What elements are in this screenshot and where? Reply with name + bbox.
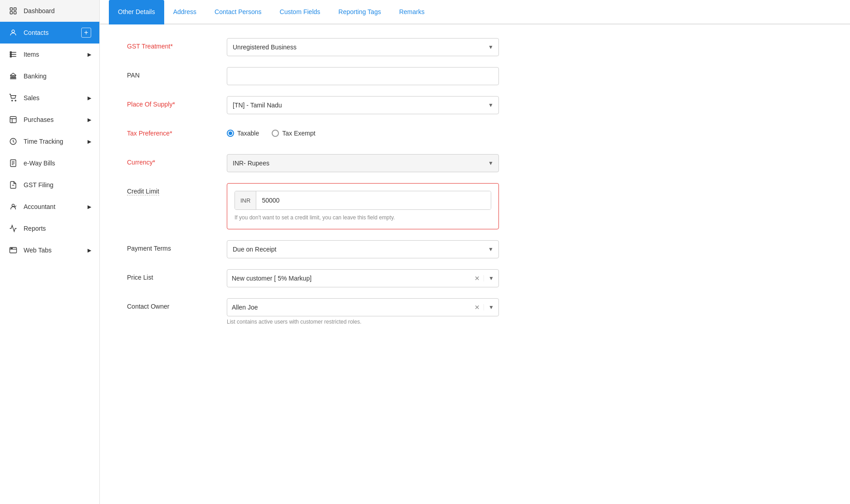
price-list-clear-button[interactable]: ✕ <box>471 275 484 282</box>
sidebar-item-reports[interactable]: Reports <box>0 218 99 239</box>
contact-owner-row: Contact Owner Allen Joe ✕ ▼ List contain… <box>127 298 823 325</box>
place-of-supply-row: Place Of Supply* [TN] - Tamil Nadu [MH] … <box>127 96 823 114</box>
tax-preference-label: Tax Preference* <box>127 125 227 137</box>
credit-limit-input[interactable] <box>256 191 491 209</box>
tab-reporting-tags[interactable]: Reporting Tags <box>329 0 390 24</box>
sidebar-item-purchases[interactable]: Purchases ▶ <box>0 109 99 131</box>
accountant-chevron-icon: ▶ <box>88 204 91 210</box>
contact-owner-label: Contact Owner <box>127 298 227 310</box>
currency-row: Currency* INR- Rupees USD- US Dollar EUR… <box>127 154 823 172</box>
credit-hint-text: If you don't want to set a credit limit,… <box>234 213 491 222</box>
svg-rect-1 <box>14 8 16 10</box>
place-of-supply-control: [TN] - Tamil Nadu [MH] - Maharashtra [DL… <box>227 96 499 114</box>
credit-limit-label: Credit Limit <box>127 183 227 195</box>
contacts-icon <box>8 28 18 38</box>
place-of-supply-label: Place Of Supply* <box>127 96 227 108</box>
price-list-chevron-icon[interactable]: ▼ <box>484 275 498 281</box>
svg-rect-3 <box>14 12 16 14</box>
radio-taxable[interactable]: Taxable <box>227 130 259 137</box>
items-label: Items <box>24 51 39 58</box>
pan-row: PAN <box>127 67 823 85</box>
contact-owner-control: Allen Joe ✕ ▼ List contains active users… <box>227 298 499 325</box>
sidebar-item-gst-filing[interactable]: GST Filing <box>0 174 99 196</box>
svg-rect-2 <box>10 12 12 14</box>
purchases-icon <box>8 115 18 125</box>
contacts-add-button[interactable]: + <box>81 28 91 38</box>
items-icon <box>8 49 18 59</box>
radio-tax-exempt-btn[interactable] <box>272 130 279 137</box>
gst-filing-label: GST Filing <box>24 181 54 189</box>
dashboard-icon <box>8 6 18 16</box>
svg-rect-15 <box>10 116 16 123</box>
banking-icon <box>8 71 18 81</box>
price-list-select[interactable]: New customer [ 5% Markup] <box>227 269 471 287</box>
dashboard-label: Dashboard <box>24 7 55 15</box>
sidebar-item-web-tabs[interactable]: Web Tabs ▶ <box>0 239 99 261</box>
contact-owner-hint: List contains active users with customer… <box>227 319 499 325</box>
pan-control <box>227 67 499 85</box>
sidebar-item-sales[interactable]: Sales ▶ <box>0 87 99 109</box>
pan-label: PAN <box>127 67 227 79</box>
contact-owner-chevron-icon[interactable]: ▼ <box>484 304 498 310</box>
sales-icon <box>8 93 18 103</box>
svg-point-22 <box>12 204 14 206</box>
sidebar: Dashboard Contacts + Items ▶ Banking Sal… <box>0 0 100 504</box>
sidebar-item-contacts[interactable]: Contacts + <box>0 22 99 44</box>
radio-tax-exempt-label: Tax Exempt <box>282 130 315 137</box>
svg-rect-8 <box>11 76 12 78</box>
payment-terms-control: Due on Receipt Net 30 Net 60 Net 15 ▼ <box>227 240 499 258</box>
tax-preference-control: Taxable Tax Exempt <box>227 125 499 137</box>
tab-other-details[interactable]: Other Details <box>109 0 164 24</box>
credit-input-wrap: INR <box>234 191 491 210</box>
form-area: GST Treatment* Unregistered Business Reg… <box>100 24 850 504</box>
tab-custom-fields[interactable]: Custom Fields <box>271 0 329 24</box>
svg-point-13 <box>12 100 13 101</box>
sidebar-item-dashboard[interactable]: Dashboard <box>0 0 99 22</box>
time-tracking-label: Time Tracking <box>24 138 63 145</box>
price-list-select-wrap: New customer [ 5% Markup] ✕ ▼ <box>227 269 499 287</box>
sidebar-item-time-tracking[interactable]: Time Tracking ▶ <box>0 131 99 152</box>
svg-rect-10 <box>15 76 15 78</box>
purchases-label: Purchases <box>24 116 54 123</box>
gst-treatment-select[interactable]: Unregistered Business Registered Busines… <box>227 38 499 56</box>
sidebar-item-accountant[interactable]: Accountant ▶ <box>0 196 99 218</box>
tab-address[interactable]: Address <box>164 0 205 24</box>
eway-bills-label: e-Way Bills <box>24 160 55 167</box>
sales-label: Sales <box>24 94 39 102</box>
tab-remarks[interactable]: Remarks <box>390 0 434 24</box>
price-list-control: New customer [ 5% Markup] ✕ ▼ <box>227 269 499 287</box>
contact-owner-clear-button[interactable]: ✕ <box>471 304 484 311</box>
web-tabs-chevron-icon: ▶ <box>88 247 91 253</box>
sidebar-item-items[interactable]: Items ▶ <box>0 44 99 65</box>
eway-bills-icon <box>8 158 18 168</box>
sidebar-item-banking[interactable]: Banking <box>0 65 99 87</box>
price-list-row: Price List New customer [ 5% Markup] ✕ ▼ <box>127 269 823 287</box>
web-tabs-label: Web Tabs <box>24 247 52 254</box>
contacts-label: Contacts <box>24 29 49 36</box>
web-tabs-icon <box>8 245 18 255</box>
pan-input[interactable] <box>227 67 499 85</box>
radio-taxable-btn[interactable] <box>227 130 234 137</box>
time-tracking-chevron-icon: ▶ <box>88 139 91 145</box>
tab-bar: Other Details Address Contact Persons Cu… <box>100 0 850 24</box>
currency-control: INR- Rupees USD- US Dollar EUR- Euro ▼ <box>227 154 499 172</box>
gst-treatment-row: GST Treatment* Unregistered Business Reg… <box>127 38 823 56</box>
accountant-icon <box>8 202 18 212</box>
currency-label: Currency* <box>127 154 227 166</box>
contact-owner-select[interactable]: Allen Joe <box>227 298 471 316</box>
place-of-supply-select[interactable]: [TN] - Tamil Nadu [MH] - Maharashtra [DL… <box>227 96 499 114</box>
banking-label: Banking <box>24 73 47 80</box>
gst-treatment-label: GST Treatment* <box>127 38 227 50</box>
tax-preference-row: Tax Preference* Taxable Tax Exempt <box>127 125 823 143</box>
currency-select[interactable]: INR- Rupees USD- US Dollar EUR- Euro <box>227 154 499 172</box>
credit-currency-badge: INR <box>235 191 256 209</box>
time-tracking-icon <box>8 136 18 146</box>
sidebar-item-eway-bills[interactable]: e-Way Bills <box>0 152 99 174</box>
svg-rect-0 <box>10 8 12 10</box>
purchases-chevron-icon: ▶ <box>88 117 91 123</box>
svg-point-24 <box>11 248 11 248</box>
tab-contact-persons[interactable]: Contact Persons <box>205 0 271 24</box>
svg-point-14 <box>15 100 16 101</box>
payment-terms-select[interactable]: Due on Receipt Net 30 Net 60 Net 15 <box>227 240 499 258</box>
radio-tax-exempt[interactable]: Tax Exempt <box>272 130 315 137</box>
